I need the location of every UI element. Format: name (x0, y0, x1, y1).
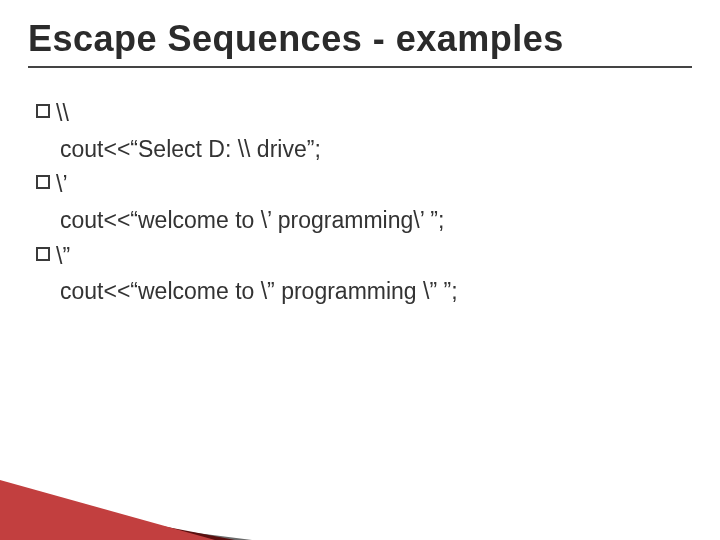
list-item: \’ (36, 167, 692, 203)
bullet-text: \\ (56, 96, 69, 132)
page-title: Escape Sequences - examples (28, 18, 692, 68)
bullet-icon (36, 104, 50, 118)
content-body: \\ cout<<“Select D: \\ drive”; \’ cout<<… (28, 96, 692, 310)
list-item: \\ (36, 96, 692, 132)
code-line: cout<<“Select D: \\ drive”; (36, 132, 692, 168)
bullet-icon (36, 175, 50, 189)
svg-marker-2 (0, 480, 215, 540)
bullet-icon (36, 247, 50, 261)
code-line: cout<<“welcome to \’ programming\’ ”; (36, 203, 692, 239)
list-item: \” (36, 239, 692, 275)
code-line: cout<<“welcome to \” programming \” ”; (36, 274, 692, 310)
svg-marker-1 (0, 495, 235, 540)
bullet-text: \’ (56, 167, 68, 203)
corner-decoration-icon (0, 450, 260, 540)
slide: Escape Sequences - examples \\ cout<<“Se… (0, 0, 720, 540)
svg-marker-0 (0, 508, 252, 540)
bullet-text: \” (56, 239, 70, 275)
